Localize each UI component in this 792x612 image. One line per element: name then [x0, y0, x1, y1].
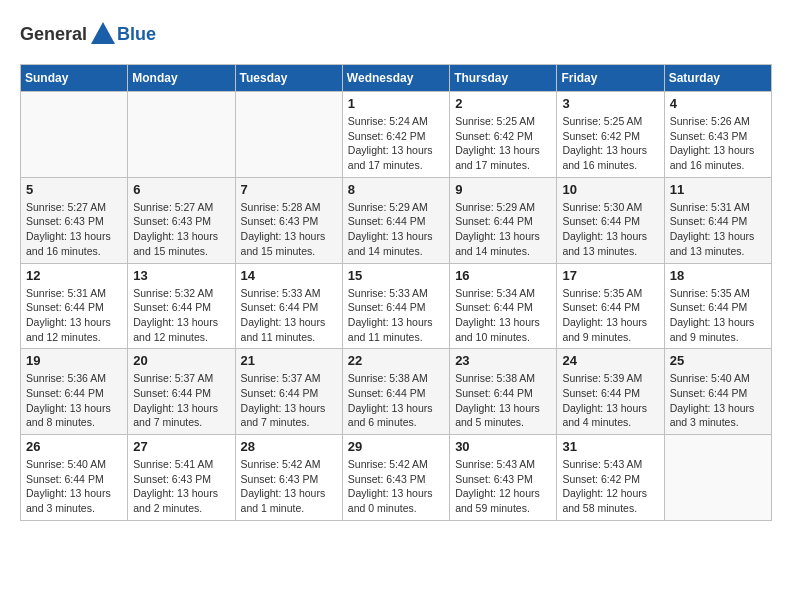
calendar-cell: 13Sunrise: 5:32 AM Sunset: 6:44 PM Dayli… [128, 263, 235, 349]
day-info: Sunrise: 5:27 AM Sunset: 6:43 PM Dayligh… [133, 200, 229, 259]
day-number: 26 [26, 439, 122, 454]
day-number: 16 [455, 268, 551, 283]
calendar-table: SundayMondayTuesdayWednesdayThursdayFrid… [20, 64, 772, 521]
day-number: 19 [26, 353, 122, 368]
logo: General Blue [20, 20, 156, 48]
day-info: Sunrise: 5:39 AM Sunset: 6:44 PM Dayligh… [562, 371, 658, 430]
calendar-cell: 22Sunrise: 5:38 AM Sunset: 6:44 PM Dayli… [342, 349, 449, 435]
calendar-cell: 3Sunrise: 5:25 AM Sunset: 6:42 PM Daylig… [557, 92, 664, 178]
calendar-cell: 15Sunrise: 5:33 AM Sunset: 6:44 PM Dayli… [342, 263, 449, 349]
day-number: 5 [26, 182, 122, 197]
calendar-cell: 28Sunrise: 5:42 AM Sunset: 6:43 PM Dayli… [235, 435, 342, 521]
day-number: 11 [670, 182, 766, 197]
weekday-header-saturday: Saturday [664, 65, 771, 92]
calendar-week-5: 26Sunrise: 5:40 AM Sunset: 6:44 PM Dayli… [21, 435, 772, 521]
calendar-week-4: 19Sunrise: 5:36 AM Sunset: 6:44 PM Dayli… [21, 349, 772, 435]
calendar-cell: 25Sunrise: 5:40 AM Sunset: 6:44 PM Dayli… [664, 349, 771, 435]
weekday-header-thursday: Thursday [450, 65, 557, 92]
calendar-cell: 27Sunrise: 5:41 AM Sunset: 6:43 PM Dayli… [128, 435, 235, 521]
day-number: 10 [562, 182, 658, 197]
day-info: Sunrise: 5:28 AM Sunset: 6:43 PM Dayligh… [241, 200, 337, 259]
calendar-cell: 21Sunrise: 5:37 AM Sunset: 6:44 PM Dayli… [235, 349, 342, 435]
day-number: 18 [670, 268, 766, 283]
calendar-cell: 14Sunrise: 5:33 AM Sunset: 6:44 PM Dayli… [235, 263, 342, 349]
logo-blue-text: Blue [117, 24, 156, 45]
day-number: 6 [133, 182, 229, 197]
day-number: 21 [241, 353, 337, 368]
day-info: Sunrise: 5:32 AM Sunset: 6:44 PM Dayligh… [133, 286, 229, 345]
calendar-cell: 17Sunrise: 5:35 AM Sunset: 6:44 PM Dayli… [557, 263, 664, 349]
day-info: Sunrise: 5:43 AM Sunset: 6:43 PM Dayligh… [455, 457, 551, 516]
calendar-cell: 12Sunrise: 5:31 AM Sunset: 6:44 PM Dayli… [21, 263, 128, 349]
day-number: 24 [562, 353, 658, 368]
day-number: 13 [133, 268, 229, 283]
day-info: Sunrise: 5:42 AM Sunset: 6:43 PM Dayligh… [241, 457, 337, 516]
day-info: Sunrise: 5:37 AM Sunset: 6:44 PM Dayligh… [133, 371, 229, 430]
calendar-cell: 16Sunrise: 5:34 AM Sunset: 6:44 PM Dayli… [450, 263, 557, 349]
day-info: Sunrise: 5:30 AM Sunset: 6:44 PM Dayligh… [562, 200, 658, 259]
day-number: 2 [455, 96, 551, 111]
day-info: Sunrise: 5:42 AM Sunset: 6:43 PM Dayligh… [348, 457, 444, 516]
calendar-cell: 5Sunrise: 5:27 AM Sunset: 6:43 PM Daylig… [21, 177, 128, 263]
calendar-cell: 6Sunrise: 5:27 AM Sunset: 6:43 PM Daylig… [128, 177, 235, 263]
logo-icon [89, 20, 117, 48]
day-number: 31 [562, 439, 658, 454]
day-info: Sunrise: 5:38 AM Sunset: 6:44 PM Dayligh… [455, 371, 551, 430]
day-info: Sunrise: 5:31 AM Sunset: 6:44 PM Dayligh… [670, 200, 766, 259]
calendar-cell: 23Sunrise: 5:38 AM Sunset: 6:44 PM Dayli… [450, 349, 557, 435]
weekday-header-sunday: Sunday [21, 65, 128, 92]
calendar-cell: 24Sunrise: 5:39 AM Sunset: 6:44 PM Dayli… [557, 349, 664, 435]
calendar-week-2: 5Sunrise: 5:27 AM Sunset: 6:43 PM Daylig… [21, 177, 772, 263]
day-number: 28 [241, 439, 337, 454]
day-info: Sunrise: 5:35 AM Sunset: 6:44 PM Dayligh… [670, 286, 766, 345]
day-info: Sunrise: 5:29 AM Sunset: 6:44 PM Dayligh… [348, 200, 444, 259]
day-number: 7 [241, 182, 337, 197]
day-info: Sunrise: 5:24 AM Sunset: 6:42 PM Dayligh… [348, 114, 444, 173]
calendar-cell: 31Sunrise: 5:43 AM Sunset: 6:42 PM Dayli… [557, 435, 664, 521]
day-info: Sunrise: 5:36 AM Sunset: 6:44 PM Dayligh… [26, 371, 122, 430]
svg-marker-0 [91, 22, 115, 44]
day-info: Sunrise: 5:43 AM Sunset: 6:42 PM Dayligh… [562, 457, 658, 516]
day-number: 29 [348, 439, 444, 454]
day-info: Sunrise: 5:25 AM Sunset: 6:42 PM Dayligh… [455, 114, 551, 173]
day-info: Sunrise: 5:37 AM Sunset: 6:44 PM Dayligh… [241, 371, 337, 430]
day-number: 23 [455, 353, 551, 368]
logo-general-text: General [20, 24, 87, 45]
calendar-cell: 11Sunrise: 5:31 AM Sunset: 6:44 PM Dayli… [664, 177, 771, 263]
day-info: Sunrise: 5:25 AM Sunset: 6:42 PM Dayligh… [562, 114, 658, 173]
day-number: 15 [348, 268, 444, 283]
day-info: Sunrise: 5:34 AM Sunset: 6:44 PM Dayligh… [455, 286, 551, 345]
day-number: 3 [562, 96, 658, 111]
day-number: 25 [670, 353, 766, 368]
day-info: Sunrise: 5:38 AM Sunset: 6:44 PM Dayligh… [348, 371, 444, 430]
day-info: Sunrise: 5:40 AM Sunset: 6:44 PM Dayligh… [26, 457, 122, 516]
day-number: 20 [133, 353, 229, 368]
calendar-week-1: 1Sunrise: 5:24 AM Sunset: 6:42 PM Daylig… [21, 92, 772, 178]
day-number: 12 [26, 268, 122, 283]
day-info: Sunrise: 5:41 AM Sunset: 6:43 PM Dayligh… [133, 457, 229, 516]
weekday-header-wednesday: Wednesday [342, 65, 449, 92]
day-info: Sunrise: 5:33 AM Sunset: 6:44 PM Dayligh… [241, 286, 337, 345]
day-info: Sunrise: 5:33 AM Sunset: 6:44 PM Dayligh… [348, 286, 444, 345]
calendar-header-row: SundayMondayTuesdayWednesdayThursdayFrid… [21, 65, 772, 92]
day-number: 30 [455, 439, 551, 454]
day-info: Sunrise: 5:29 AM Sunset: 6:44 PM Dayligh… [455, 200, 551, 259]
calendar-cell: 10Sunrise: 5:30 AM Sunset: 6:44 PM Dayli… [557, 177, 664, 263]
calendar-cell: 19Sunrise: 5:36 AM Sunset: 6:44 PM Dayli… [21, 349, 128, 435]
calendar-cell: 7Sunrise: 5:28 AM Sunset: 6:43 PM Daylig… [235, 177, 342, 263]
weekday-header-friday: Friday [557, 65, 664, 92]
day-number: 17 [562, 268, 658, 283]
day-number: 22 [348, 353, 444, 368]
calendar-cell: 26Sunrise: 5:40 AM Sunset: 6:44 PM Dayli… [21, 435, 128, 521]
day-info: Sunrise: 5:27 AM Sunset: 6:43 PM Dayligh… [26, 200, 122, 259]
calendar-cell [21, 92, 128, 178]
weekday-header-tuesday: Tuesday [235, 65, 342, 92]
calendar-cell: 2Sunrise: 5:25 AM Sunset: 6:42 PM Daylig… [450, 92, 557, 178]
day-info: Sunrise: 5:40 AM Sunset: 6:44 PM Dayligh… [670, 371, 766, 430]
calendar-cell: 4Sunrise: 5:26 AM Sunset: 6:43 PM Daylig… [664, 92, 771, 178]
calendar-cell: 1Sunrise: 5:24 AM Sunset: 6:42 PM Daylig… [342, 92, 449, 178]
day-number: 8 [348, 182, 444, 197]
calendar-week-3: 12Sunrise: 5:31 AM Sunset: 6:44 PM Dayli… [21, 263, 772, 349]
calendar-cell [128, 92, 235, 178]
calendar-cell: 18Sunrise: 5:35 AM Sunset: 6:44 PM Dayli… [664, 263, 771, 349]
